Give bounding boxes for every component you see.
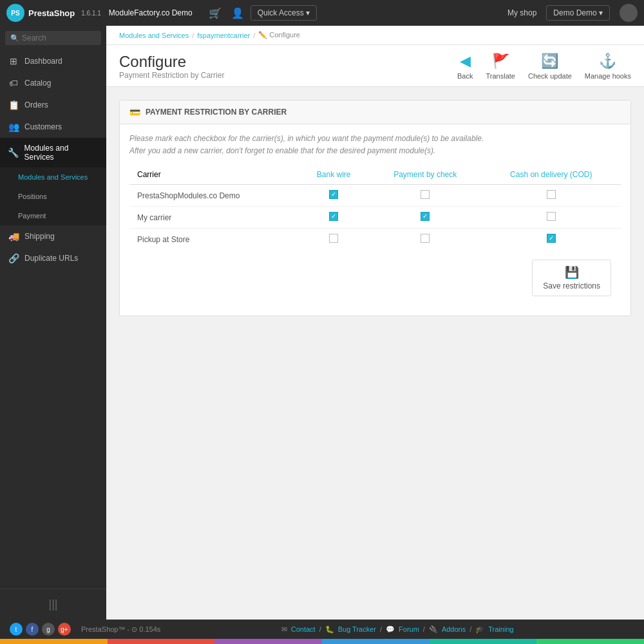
- sidebar-item-catalog[interactable]: 🏷 Catalog: [0, 72, 106, 94]
- cod-check-1[interactable]: [481, 185, 621, 207]
- submenu-label: Modules and Services: [18, 173, 88, 181]
- rainbow-segment-2: [108, 639, 215, 644]
- sidebar-item-label: Modules and Services: [24, 144, 99, 162]
- sidebar-submenu-positions[interactable]: Positions: [0, 187, 106, 206]
- back-button[interactable]: ◀ Back: [457, 53, 473, 80]
- page-subtitle: Payment Restriction by Carrier: [119, 71, 224, 80]
- info-text-1: Please mark each checkbox for the carrie…: [129, 134, 621, 143]
- top-navigation: PS PrestaShop 1.6.1.1 ModuleFactory.co D…: [0, 0, 644, 26]
- main-layout: 🔍 ⊞ Dashboard 🏷 Catalog 📋 Orders 👥 Custo…: [0, 26, 644, 620]
- table-row: My carrier: [129, 207, 621, 229]
- col-cod: Cash on delivery (COD): [481, 165, 621, 185]
- sidebar-item-dashboard[interactable]: ⊞ Dashboard: [0, 50, 106, 72]
- footer-prestashop-label: PrestaShop™ - ⊙ 0.154s: [81, 625, 160, 634]
- save-icon: 💾: [565, 265, 579, 279]
- logo-text: PrestaShop: [28, 8, 75, 18]
- github-button[interactable]: g: [42, 623, 55, 636]
- sidebar-submenu-modules[interactable]: Modules and Services: [0, 167, 106, 187]
- module-section-header: 💳 PAYMENT RESTRICTION BY CARRIER: [120, 100, 630, 124]
- check-update-button[interactable]: 🔄 Check update: [528, 53, 572, 80]
- breadcrumb-modules[interactable]: Modules and Services: [119, 32, 189, 39]
- payment-check-1[interactable]: [369, 185, 482, 207]
- contact-link[interactable]: Contact: [291, 625, 316, 633]
- page-header: Configure Payment Restriction by Carrier…: [106, 45, 644, 87]
- save-restrictions-button[interactable]: 💾 Save restrictions: [532, 260, 611, 296]
- carrier-table: Carrier Bank wire Payment by check Cash …: [129, 165, 621, 250]
- page-title: Configure: [119, 53, 224, 71]
- sidebar-item-label: Dashboard: [24, 57, 62, 66]
- manage-hooks-button[interactable]: ⚓ Manage hooks: [585, 53, 631, 80]
- sidebar-item-orders[interactable]: 📋 Orders: [0, 94, 106, 116]
- demo-user-button[interactable]: Demo Demo ▾: [546, 5, 610, 21]
- bank-wire-check-2[interactable]: [298, 207, 369, 229]
- search-box: 🔍: [0, 26, 106, 50]
- training-link[interactable]: Training: [488, 625, 513, 633]
- sidebar-bottom: |||: [0, 589, 106, 620]
- sidebar-item-customers[interactable]: 👥 Customers: [0, 116, 106, 138]
- translate-button[interactable]: 🚩 Translate: [486, 53, 515, 80]
- person-icon[interactable]: 👤: [231, 7, 244, 19]
- breadcrumb-configure: ✏️Configure: [258, 31, 300, 39]
- col-bank-wire: Bank wire: [298, 165, 369, 185]
- carrier-name: PrestaShopModules.co Demo: [129, 185, 298, 207]
- sidebar-item-shipping[interactable]: 🚚 Shipping: [0, 225, 106, 247]
- rainbow-segment-6: [536, 639, 644, 644]
- sidebar-submenu-payment[interactable]: Payment: [0, 206, 106, 225]
- my-shop-link[interactable]: My shop: [507, 8, 536, 17]
- search-icon: 🔍: [10, 34, 19, 43]
- addons-link[interactable]: Addons: [442, 625, 466, 633]
- social-links: t f g g+: [10, 623, 71, 636]
- submenu-label: Positions: [18, 193, 47, 200]
- col-carrier: Carrier: [129, 165, 298, 185]
- quick-access-area: Quick Access ▾: [251, 5, 317, 21]
- customers-icon: 👥: [8, 122, 19, 132]
- breadcrumb-sep2: /: [253, 32, 255, 39]
- rainbow-segment-1: [0, 639, 108, 644]
- check-update-icon: 🔄: [541, 53, 558, 70]
- rainbow-bar: [0, 639, 644, 644]
- modules-icon: 🔧: [8, 147, 19, 158]
- cod-check-3[interactable]: [481, 229, 621, 251]
- submenu-label: Payment: [18, 212, 46, 220]
- cod-check-2[interactable]: [481, 207, 621, 229]
- module-section-title: PAYMENT RESTRICTION BY CARRIER: [146, 108, 287, 117]
- logo-demo-name: ModuleFactory.co Demo: [109, 8, 193, 17]
- footer-center: ✉ Contact / 🐛 Bug Tracker / 💬 Forum / 🔌 …: [160, 625, 634, 634]
- logo-version: 1.6.1.1: [81, 10, 101, 17]
- orders-icon: 📋: [8, 100, 19, 110]
- manage-hooks-icon: ⚓: [599, 53, 616, 70]
- sidebar-submenu: Modules and Services Positions Payment: [0, 167, 106, 225]
- rainbow-segment-5: [430, 639, 537, 644]
- bank-wire-check-3[interactable]: [298, 229, 369, 251]
- collapse-icon[interactable]: |||: [5, 594, 101, 614]
- module-section-body: Please mark each checkbox for the carrie…: [120, 124, 630, 316]
- module-header-icon: 💳: [129, 107, 140, 117]
- search-input[interactable]: [22, 33, 96, 43]
- facebook-button[interactable]: f: [26, 623, 39, 636]
- bank-wire-check-1[interactable]: [298, 185, 369, 207]
- forum-icon: 💬: [386, 625, 395, 634]
- breadcrumb-fspayment[interactable]: fspaymentcarrier: [197, 32, 250, 39]
- table-row: Pickup at Store: [129, 229, 621, 251]
- duplicate-urls-icon: 🔗: [8, 253, 19, 263]
- breadcrumb-sep1: /: [192, 32, 194, 39]
- sidebar-item-label: Catalog: [24, 79, 51, 88]
- training-icon: 🎓: [475, 625, 484, 634]
- twitter-button[interactable]: t: [10, 623, 23, 636]
- nav-icons: 🛒 👤: [209, 7, 244, 19]
- footer-left: t f g g+ PrestaShop™ - ⊙ 0.154s: [10, 623, 160, 636]
- save-section: 💾 Save restrictions: [129, 250, 621, 306]
- payment-check-2[interactable]: [369, 207, 482, 229]
- col-payment-check: Payment by check: [369, 165, 482, 185]
- carrier-name: Pickup at Store: [129, 229, 298, 251]
- sidebar-item-duplicate-urls[interactable]: 🔗 Duplicate URLs: [0, 247, 106, 269]
- search-input-wrap: 🔍: [5, 31, 101, 45]
- bug-tracker-link[interactable]: Bug Tracker: [338, 625, 376, 633]
- google-plus-button[interactable]: g+: [58, 623, 71, 636]
- quick-access-button[interactable]: Quick Access ▾: [251, 5, 317, 21]
- forum-link[interactable]: Forum: [399, 625, 419, 633]
- payment-check-3[interactable]: [369, 229, 482, 251]
- top-nav-right: My shop Demo Demo ▾: [507, 4, 638, 22]
- cart-icon[interactable]: 🛒: [209, 7, 222, 19]
- sidebar-item-modules[interactable]: 🔧 Modules and Services: [0, 138, 106, 167]
